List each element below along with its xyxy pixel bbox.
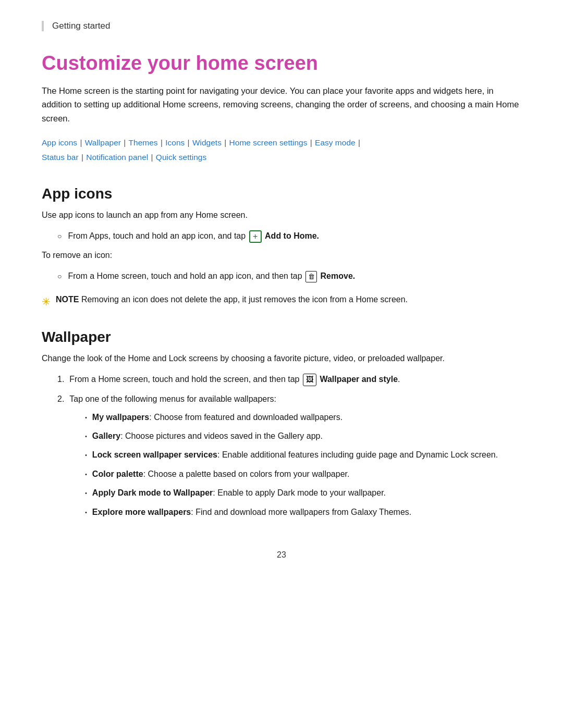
wallpaper-title: Wallpaper [42,329,521,346]
nav-sep-3: | [158,138,165,147]
note-sun-icon: ✳ [42,293,51,310]
nav-link-icons[interactable]: Icons [165,138,185,147]
sub-bullet-dark-mode: • Apply Dark mode to Wallpaper: Enable t… [85,486,521,500]
sub-bullet-content-3: Lock screen wallpaper services: Enable a… [92,448,521,462]
add-instruction-text: From Apps, touch and hold an app icon, a… [68,229,521,243]
sub-bullet-dot-6: • [85,509,87,517]
sub-bullet-color-palette: • Color palette: Choose a palette based … [85,467,521,481]
remove-instruction-text: From a Home screen, touch and hold an ap… [68,269,521,283]
nav-link-themes[interactable]: Themes [129,138,158,147]
trash-icon: 🗑 [305,271,317,282]
note-content: NOTE Removing an icon does not delete th… [56,293,521,306]
bullet-circle-remove: ○ [57,270,62,282]
app-icons-title: App icons [42,186,521,202]
step-1-label: Wallpaper and style [320,375,398,384]
sub-bullet-dot-5: • [85,489,87,498]
step-1-content: From a Home screen, touch and hold the s… [69,373,521,386]
numbered-list: 1. From a Home screen, touch and hold th… [57,373,521,524]
sub-bullet-my-wallpapers: • My wallpapers: Choose from featured an… [85,411,521,424]
nav-link-status-bar[interactable]: Status bar [42,153,79,162]
nav-link-notification-panel[interactable]: Notification panel [86,153,148,162]
nav-link-home-screen-settings[interactable]: Home screen settings [229,138,308,147]
nav-sep-9: | [149,153,155,162]
nav-link-wallpaper[interactable]: Wallpaper [85,138,121,147]
page-header: Getting started [42,21,521,31]
step-2: 2. Tap one of the following menus for av… [57,392,521,524]
nav-link-quick-settings[interactable]: Quick settings [156,153,206,162]
page-number: 23 [42,550,521,560]
remove-icon-bullet: ○ From a Home screen, touch and hold an … [57,269,521,283]
step-1: 1. From a Home screen, touch and hold th… [57,373,521,386]
step-1-number: 1. [57,373,64,386]
sub-bullet-list: • My wallpapers: Choose from featured an… [85,411,521,519]
app-icons-section: App icons Use app icons to launch an app… [42,186,521,310]
nav-sep-6: | [308,138,314,147]
app-icons-description: Use app icons to launch an app from any … [42,208,521,222]
remove-intro-text: To remove an icon: [42,249,521,262]
nav-sep-5: | [222,138,229,147]
sub-bullet-dot-4: • [85,471,87,479]
bullet-circle-add: ○ [57,230,62,242]
nav-sep-4: | [185,138,192,147]
sub-bullet-content-5: Apply Dark mode to Wallpaper: Enable to … [92,486,521,500]
step-2-number: 2. [57,392,64,406]
nav-sep-2: | [121,138,128,147]
nav-links-container: App icons | Wallpaper | Themes | Icons |… [42,135,521,165]
nav-sep-8: | [79,153,86,162]
note-body: Removing an icon does not delete the app… [81,295,408,304]
sub-bullet-explore-wallpapers: • Explore more wallpapers: Find and down… [85,505,521,519]
page-title: Customize your home screen [42,52,521,75]
add-home-icon: + [249,230,262,243]
sub-bullet-content-2: Gallery: Choose pictures and videos save… [92,429,521,443]
step-2-content: Tap one of the following menus for avail… [69,392,521,524]
sub-bullet-gallery: • Gallery: Choose pictures and videos sa… [85,429,521,443]
note-label: NOTE [56,295,79,304]
wallpaper-description: Change the look of the Home and Lock scr… [42,352,521,365]
add-to-home-bullet: ○ From Apps, touch and hold an app icon,… [57,229,521,243]
sub-bullet-lock-screen: • Lock screen wallpaper services: Enable… [85,448,521,462]
wallpaper-icon: 🖼 [303,374,316,386]
nav-sep-1: | [78,138,84,147]
nav-link-easy-mode[interactable]: Easy mode [315,138,356,147]
sub-bullet-dot-1: • [85,414,87,423]
sub-bullet-dot-3: • [85,451,87,460]
sub-bullet-content-1: My wallpapers: Choose from featured and … [92,411,521,424]
sub-bullet-content-6: Explore more wallpapers: Find and downlo… [92,505,521,519]
nav-sep-7: | [356,138,360,147]
intro-paragraph: The Home screen is the starting point fo… [42,84,521,125]
wallpaper-section: Wallpaper Change the look of the Home an… [42,329,521,525]
note-box: ✳ NOTE Removing an icon does not delete … [42,293,521,310]
sub-bullet-dot-2: • [85,433,87,441]
nav-link-app-icons[interactable]: App icons [42,138,77,147]
breadcrumb: Getting started [52,21,111,31]
nav-link-widgets[interactable]: Widgets [192,138,222,147]
sub-bullet-content-4: Color palette: Choose a palette based on… [92,467,521,481]
